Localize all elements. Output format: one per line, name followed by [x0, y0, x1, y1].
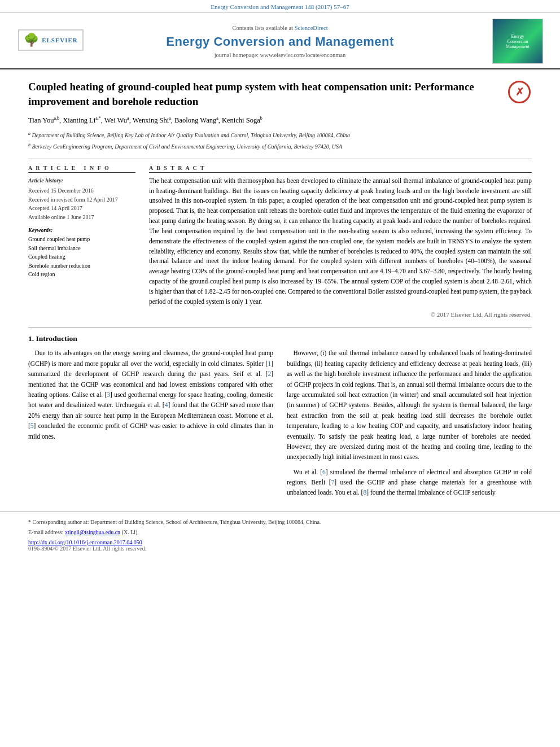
- crossmark-icon: ✗: [515, 87, 524, 97]
- authors-line: Tian Youa,b, Xianting Lia,*, Wei Wua, We…: [28, 115, 532, 126]
- email-note: (X. Li).: [122, 529, 139, 535]
- keyword-4: Borehole number reduction: [28, 261, 135, 270]
- intro-para-2: However, (i) the soil thermal imbalance …: [287, 348, 532, 462]
- journal-header: 🌳 ELSEVIER Contents lists available at S…: [0, 13, 560, 69]
- received-date: Received 15 December 2016: [28, 186, 135, 195]
- issn-line: 0196-8904/© 2017 Elsevier Ltd. All right…: [28, 545, 532, 552]
- elsevier-logo-section: 🌳 ELSEVIER: [17, 29, 85, 53]
- paper-section: Coupled heating of ground-coupled heat p…: [0, 69, 560, 318]
- abstract-text: The heat compensation unit with thermosy…: [149, 176, 532, 307]
- contents-available-line: Contents lists available at ScienceDirec…: [85, 25, 475, 31]
- ref-8-link[interactable]: 8: [363, 489, 366, 496]
- author-6: Kenichi Sogab: [222, 116, 262, 124]
- sciencedirect-link[interactable]: ScienceDirect: [295, 25, 328, 31]
- author-5: Baolong Wanga,: [174, 116, 222, 124]
- elsevier-tree-icon: 🌳: [24, 33, 39, 47]
- keyword-1: Ground coupled heat pump: [28, 235, 135, 244]
- elsevier-box: 🌳 ELSEVIER: [18, 29, 84, 51]
- ref-7-link[interactable]: 7: [331, 479, 335, 486]
- keyword-5: Cold region: [28, 270, 135, 279]
- section-divider: [28, 159, 532, 159]
- author-5-sup: a: [216, 116, 218, 121]
- affiliation-2: b Berkeley GeoEngineering Program, Depar…: [28, 142, 532, 151]
- revised-date: Received in revised form 12 April 2017: [28, 195, 135, 204]
- author-3-sup: a: [127, 116, 129, 121]
- article-info-abstract: A R T I C L E I N F O Article history: R…: [28, 165, 532, 318]
- author-2-sup: a,*: [95, 116, 101, 121]
- intro-para-1: Due to its advantages on the energy savi…: [28, 348, 273, 442]
- ref-6-link[interactable]: 6: [322, 469, 326, 475]
- doi-link[interactable]: http://dx.doi.org/10.1016/j.enconman.201…: [28, 539, 142, 545]
- intro-divider: [28, 327, 532, 327]
- intro-col-1: Due to its advantages on the energy savi…: [28, 348, 273, 502]
- accepted-date: Accepted 14 April 2017: [28, 204, 135, 213]
- intro-col-2: However, (i) the soil thermal imbalance …: [287, 348, 532, 502]
- elsevier-logo: 🌳 ELSEVIER: [17, 29, 85, 53]
- paper-title: Coupled heating of ground-coupled heat p…: [28, 80, 507, 108]
- corresponding-author-note: * Corresponding author at: Department of…: [28, 518, 532, 526]
- intro-para-3: Wu et al. [6] simulated the thermal imba…: [287, 467, 532, 498]
- footnote-section: * Corresponding author at: Department of…: [0, 512, 560, 552]
- journal-homepage: journal homepage: www.elsevier.com/locat…: [85, 52, 475, 58]
- journal-cover-image: EnergyConversionManagement: [492, 19, 543, 64]
- article-info-label: A R T I C L E I N F O: [28, 165, 135, 173]
- author-4-sup: a: [169, 116, 171, 121]
- paper-title-row: Coupled heating of ground-coupled heat p…: [28, 80, 532, 108]
- article-history-label: Article history:: [28, 176, 135, 185]
- crossmark-circle: ✗: [508, 81, 531, 103]
- article-info-col: A R T I C L E I N F O Article history: R…: [28, 165, 135, 318]
- section-number: 1.: [28, 334, 34, 343]
- doi-line: http://dx.doi.org/10.1016/j.enconman.201…: [28, 539, 532, 545]
- author-1-sup: a,b: [54, 116, 59, 121]
- introduction-section: 1. Introduction Due to its advantages on…: [0, 318, 560, 502]
- author-6-sup: b: [260, 116, 262, 121]
- crossmark-badge: ✗: [507, 80, 532, 104]
- email-line: E-mail address: xtingli@tsinghua.edu.cn …: [28, 528, 532, 536]
- author-4: Wenxing Shia,: [133, 116, 174, 124]
- journal-cover-section: EnergyConversionManagement: [475, 19, 543, 64]
- available-date: Available online 1 June 2017: [28, 213, 135, 222]
- author-2: Xianting Lia,*,: [63, 116, 104, 124]
- abstract-label: A B S T R A C T: [149, 165, 532, 173]
- elsevier-wordmark: ELSEVIER: [42, 37, 78, 43]
- author-1: Tian Youa,b,: [28, 116, 63, 124]
- keywords-label: Keywords:: [28, 227, 135, 233]
- ref-4-link[interactable]: 4: [165, 401, 168, 408]
- journal-citation: Energy Conversion and Management 148 (20…: [211, 3, 349, 10]
- author-3: Wei Wua,: [104, 116, 133, 124]
- ref-5-link[interactable]: 5: [30, 422, 34, 429]
- keyword-3: Coupled heating: [28, 252, 135, 261]
- intro-body: Due to its advantages on the energy savi…: [28, 348, 532, 502]
- email-link[interactable]: xtingli@tsinghua.edu.cn: [65, 529, 120, 535]
- keywords-block: Keywords: Ground coupled heat pump Soil …: [28, 227, 135, 279]
- section-title-text: Introduction: [36, 334, 77, 343]
- section-1-title: 1. Introduction: [28, 334, 532, 343]
- contents-label: Contents lists available at: [232, 25, 293, 31]
- ref-2-link[interactable]: 2: [268, 370, 271, 377]
- affiliation-1: a Department of Building Science, Beijin…: [28, 130, 532, 139]
- abstract-col: A B S T R A C T The heat compensation un…: [149, 165, 532, 318]
- ref-1-link[interactable]: 1: [268, 360, 271, 367]
- journal-banner: Energy Conversion and Management 148 (20…: [0, 0, 560, 13]
- corresponding-author-text: * Corresponding author at: Department of…: [28, 519, 321, 525]
- ref-3-link[interactable]: 3: [107, 391, 110, 398]
- copyright-line: © 2017 Elsevier Ltd. All rights reserved…: [149, 311, 532, 318]
- email-label: E-mail address:: [28, 529, 63, 535]
- article-history-block: Article history: Received 15 December 20…: [28, 176, 135, 222]
- journal-title-section: Contents lists available at ScienceDirec…: [85, 25, 475, 58]
- journal-title: Energy Conversion and Management: [85, 34, 475, 49]
- keyword-2: Soil thermal imbalance: [28, 244, 135, 253]
